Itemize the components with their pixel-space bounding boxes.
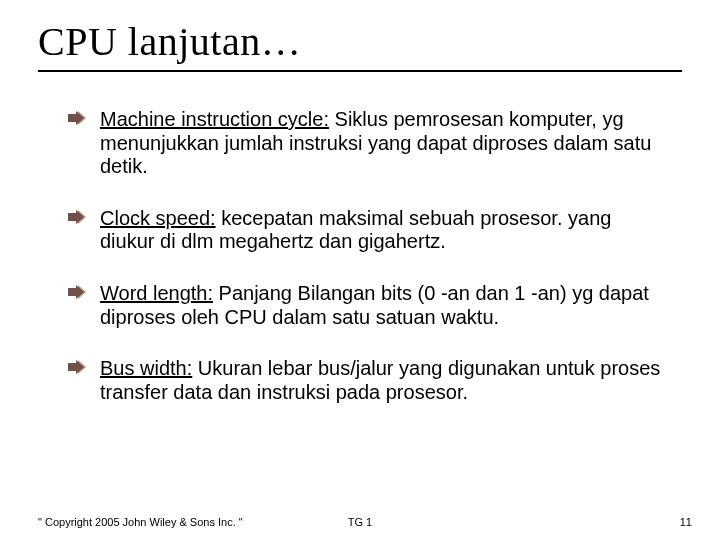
slide: CPU lanjutan… Machine instruction cycle:… <box>0 0 720 540</box>
footer-page-number: 11 <box>680 516 692 528</box>
bullet-term: Clock speed: <box>100 207 216 229</box>
arrow-bullet-icon <box>68 285 86 299</box>
bullet-term: Word length: <box>100 282 213 304</box>
bullet-item: Clock speed: kecepatan maksimal sebuah p… <box>68 207 668 254</box>
bullet-term: Machine instruction cycle: <box>100 108 329 130</box>
arrow-bullet-icon <box>68 360 86 374</box>
svg-marker-5 <box>68 285 84 299</box>
footer-center: TG 1 <box>0 516 720 528</box>
bullet-item: Machine instruction cycle: Siklus pemros… <box>68 108 668 179</box>
svg-marker-3 <box>68 210 84 224</box>
bullet-term: Bus width: <box>100 357 192 379</box>
bullet-item: Bus width: Ukuran lebar bus/jalur yang d… <box>68 357 668 404</box>
slide-body: Machine instruction cycle: Siklus pemros… <box>68 108 668 432</box>
svg-marker-1 <box>68 111 84 125</box>
arrow-bullet-icon <box>68 210 86 224</box>
title-underline <box>38 70 682 72</box>
arrow-bullet-icon <box>68 111 86 125</box>
bullet-item: Word length: Panjang Bilangan bits (0 -a… <box>68 282 668 329</box>
svg-marker-7 <box>68 360 84 374</box>
slide-title: CPU lanjutan… <box>38 18 301 65</box>
